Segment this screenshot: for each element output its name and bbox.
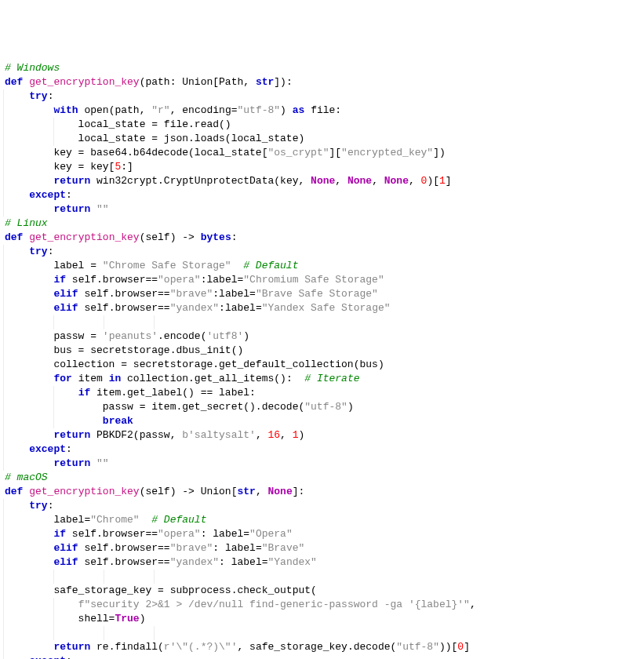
code-line[interactable]: # Windows (0, 61, 644, 75)
code-line[interactable]: def get_encryption_key(self) -> bytes: (0, 231, 644, 245)
code-text[interactable]: except: (0, 442, 72, 457)
code-text[interactable]: with open(path, "r", encoding="utf-8") a… (0, 104, 341, 118)
code-line[interactable]: try: (0, 499, 644, 513)
code-text[interactable]: elif self.browser=="yandex":label="Yande… (0, 301, 391, 315)
code-text[interactable]: key = base64.b64decode(local_state["os_c… (0, 146, 446, 160)
code-text[interactable]: shell=True) (0, 612, 145, 626)
token-id (5, 599, 78, 610)
code-text[interactable]: elif self.browser=="yandex": label="Yand… (0, 555, 317, 570)
code-line[interactable]: passw = item.get_secret().decode("utf-8"… (0, 400, 644, 414)
code-line[interactable]: elif self.browser=="brave":label="Brave … (0, 287, 644, 301)
code-text[interactable]: elif self.browser=="brave": label="Brave… (0, 541, 304, 555)
code-line[interactable]: collection = secretstorage.get_default_c… (0, 358, 644, 372)
token-str: "Chromium Safe Storage" (243, 274, 384, 286)
code-line[interactable]: elif self.browser=="brave": label="Brave… (0, 541, 644, 555)
code-line[interactable]: if self.browser=="opera": label="Opera" (0, 527, 644, 541)
code-line[interactable]: if self.browser=="opera":label="Chromium… (0, 273, 644, 287)
code-line[interactable]: label="Chrome" # Default (0, 513, 644, 527)
code-text[interactable]: safe_storage_key = subprocess.check_outp… (0, 584, 317, 598)
code-text[interactable]: return "" (0, 457, 109, 471)
code-text[interactable]: def get_encryption_key(self) -> bytes: (0, 231, 238, 245)
code-line[interactable]: f"security 2>&1 > /dev/null find-generic… (0, 598, 644, 612)
code-text[interactable]: # Windows (0, 61, 60, 75)
code-line[interactable]: return win32crypt.CryptUnprotectData(key… (0, 174, 644, 188)
code-text[interactable]: passw = item.get_secret().decode("utf-8"… (0, 400, 354, 414)
code-text[interactable]: # macOS (0, 471, 48, 485)
code-text[interactable]: bus = secretstorage.dbus_init() (0, 344, 243, 358)
code-text[interactable]: except: (0, 188, 72, 202)
code-line[interactable]: shell=True) (0, 612, 644, 626)
token-kw: in (109, 373, 122, 384)
code-text[interactable]: passw = 'peanuts'.encode('utf8') (0, 330, 249, 344)
code-text[interactable]: # Linux (0, 217, 48, 231)
token-id (5, 373, 53, 384)
token-id: safe_storage_key = subprocess.check_outp… (5, 584, 317, 596)
code-line[interactable]: bus = secretstorage.dbus_init() (0, 344, 644, 358)
token-id: re.findall( (90, 641, 164, 653)
code-line[interactable] (0, 315, 644, 330)
code-line[interactable]: except: (0, 654, 644, 659)
code-line[interactable]: return "" (0, 457, 644, 471)
code-text[interactable]: label = "Chrome Safe Storage" # Default (0, 259, 298, 273)
code-line[interactable] (0, 626, 644, 640)
code-line[interactable]: return PBKDF2(passw, b'saltysalt', 16, 1… (0, 428, 644, 442)
token-str: f"security 2>&1 > /dev/null find-generic… (78, 599, 470, 610)
code-text[interactable]: key = key[5:] (0, 160, 133, 174)
code-text[interactable]: def get_encryption_key(self) -> Union[st… (0, 485, 304, 499)
code-text[interactable]: local_state = json.loads(local_state) (0, 132, 304, 146)
token-str: "Chrome Safe Storage" (103, 260, 231, 271)
token-str: "utf-8" (396, 641, 439, 653)
code-line[interactable]: try: (0, 245, 644, 259)
code-line[interactable]: local_state = json.loads(local_state) (0, 132, 644, 146)
code-text[interactable]: return "" (0, 202, 109, 217)
code-line[interactable]: return re.findall(r'\"(.*?)\"', safe_sto… (0, 640, 644, 654)
code-line[interactable]: # macOS (0, 471, 644, 485)
token-id (5, 246, 29, 257)
token-id: ) (347, 401, 354, 413)
code-line[interactable]: elif self.browser=="yandex": label="Yand… (0, 555, 644, 570)
code-editor[interactable]: # Windowsdef get_encryption_key(path: Un… (0, 61, 644, 659)
code-line[interactable]: break (0, 414, 644, 428)
code-text[interactable]: return re.findall(r'\"(.*?)\"', safe_sto… (0, 640, 470, 654)
code-text[interactable]: if self.browser=="opera": label="Opera" (0, 527, 293, 541)
code-line[interactable]: for item in collection.get_all_items(): … (0, 372, 644, 386)
code-text[interactable]: label="Chrome" # Default (0, 513, 206, 527)
token-kw: def (5, 76, 23, 88)
code-text[interactable]: f"security 2>&1 > /dev/null find-generic… (0, 598, 476, 612)
code-line[interactable]: local_state = file.read() (0, 118, 644, 132)
code-text[interactable]: return PBKDF2(passw, b'saltysalt', 16, 1… (0, 428, 304, 442)
code-text[interactable]: if self.browser=="opera":label="Chromium… (0, 273, 384, 287)
code-line[interactable]: def get_encryption_key(path: Union[Path,… (0, 75, 644, 89)
code-line[interactable]: key = base64.b64decode(local_state["os_c… (0, 146, 644, 160)
code-line[interactable]: try: (0, 89, 644, 104)
code-line[interactable]: key = key[5:] (0, 160, 644, 174)
code-line[interactable]: except: (0, 188, 644, 202)
code-line[interactable]: label = "Chrome Safe Storage" # Default (0, 259, 644, 273)
token-id: , encoding= (170, 104, 238, 116)
code-line[interactable]: if item.get_label() == label: (0, 386, 644, 400)
code-text[interactable]: try: (0, 499, 53, 513)
token-id: ) (280, 104, 293, 116)
code-text[interactable]: if item.get_label() == label: (0, 386, 256, 400)
code-text[interactable]: def get_encryption_key(path: Union[Path,… (0, 75, 293, 89)
code-line[interactable] (0, 570, 644, 584)
code-line[interactable]: except: (0, 442, 644, 457)
code-line[interactable]: return "" (0, 202, 644, 217)
code-text[interactable]: try: (0, 89, 53, 104)
code-text[interactable]: return win32crypt.CryptUnprotectData(key… (0, 174, 452, 188)
code-line[interactable]: # Linux (0, 217, 644, 231)
code-line[interactable]: safe_storage_key = subprocess.check_outp… (0, 584, 644, 598)
code-text[interactable]: local_state = file.read() (0, 118, 231, 132)
code-line[interactable]: with open(path, "r", encoding="utf-8") a… (0, 104, 644, 118)
token-kw: return (53, 429, 90, 441)
code-text[interactable]: elif self.browser=="brave":label="Brave … (0, 287, 378, 301)
code-text[interactable]: break (0, 414, 133, 428)
code-text[interactable]: except: (0, 654, 72, 659)
code-line[interactable]: def get_encryption_key(self) -> Union[st… (0, 485, 644, 499)
code-text[interactable]: collection = secretstorage.get_default_c… (0, 358, 384, 372)
code-line[interactable]: elif self.browser=="yandex":label="Yande… (0, 301, 644, 315)
token-kw: try (29, 90, 47, 102)
code-text[interactable]: for item in collection.get_all_items(): … (0, 372, 360, 386)
code-text[interactable]: try: (0, 245, 53, 259)
code-line[interactable]: passw = 'peanuts'.encode('utf8') (0, 330, 644, 344)
